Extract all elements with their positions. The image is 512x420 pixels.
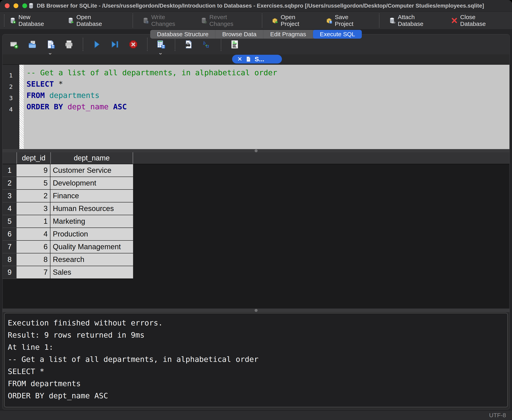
cell-dept-name[interactable]: Customer Service <box>50 164 133 177</box>
cell-dept-id[interactable]: 4 <box>16 228 50 241</box>
open-project-label: Open Project <box>281 14 311 27</box>
cell-dept-name[interactable]: Research <box>50 253 133 266</box>
table-row: 51Marketing <box>3 215 509 228</box>
sql-tab-label: S... <box>255 56 264 63</box>
save-project-button[interactable]: Save Project <box>326 14 365 27</box>
row-number[interactable]: 2 <box>3 177 16 190</box>
tab-execute-sql[interactable]: Execute SQL <box>313 30 362 39</box>
save-results-dropdown-chevron-icon[interactable]: ⌄ <box>158 51 163 54</box>
column-header-dept-id[interactable]: dept_id <box>16 152 50 164</box>
window-title: DB Browser for SQLite - /Users/russellgo… <box>37 3 484 9</box>
line-number: 2 <box>3 81 19 93</box>
row-number[interactable]: 6 <box>3 228 16 241</box>
zoom-window-button[interactable] <box>22 3 27 8</box>
cell-dept-name[interactable]: Marketing <box>50 215 133 228</box>
new-sql-tab-icon[interactable] <box>9 40 19 49</box>
results-rows: 19Customer Service25Development32Finance… <box>3 164 509 308</box>
cell-dept-id[interactable]: 5 <box>16 177 50 190</box>
results-log-splitter[interactable] <box>3 308 509 312</box>
open-database-button[interactable]: Open Database ⌄ <box>67 14 113 27</box>
results-grid: dept_id dept_name 19Customer Service25De… <box>3 152 509 308</box>
project-open-icon <box>272 17 278 24</box>
cell-dept-name[interactable]: Finance <box>50 190 133 202</box>
cell-dept-id[interactable]: 1 <box>16 215 50 228</box>
close-database-button[interactable]: Close Database <box>451 14 498 27</box>
open-sql-file-icon[interactable] <box>28 40 37 49</box>
attach-database-button[interactable]: Attach Database <box>389 14 437 27</box>
cell-dept-id[interactable]: 3 <box>16 202 50 215</box>
write-changes-button[interactable]: Write Changes <box>142 14 186 27</box>
sql-toolbar-separator <box>221 38 221 51</box>
cell-dept-id[interactable]: 2 <box>16 190 50 202</box>
app-database-icon <box>28 3 34 9</box>
code-line: FROM departments <box>26 90 509 101</box>
sql-tab[interactable]: ✕ S... <box>232 55 282 63</box>
save-sql-file-icon[interactable]: ⌄ <box>46 40 55 49</box>
splitter-handle-icon <box>255 309 258 312</box>
new-database-button[interactable]: New Database <box>9 14 53 27</box>
save-results-icon[interactable]: ⌄ <box>156 40 166 49</box>
row-number[interactable]: 3 <box>3 190 16 202</box>
cell-dept-id[interactable]: 9 <box>16 164 50 177</box>
close-sql-tab-icon[interactable]: ✕ <box>237 56 242 62</box>
show-log-icon[interactable] <box>230 40 239 49</box>
view-tab-bar: Database Structure Browse Data Edit Prag… <box>150 30 362 39</box>
execute-all-icon[interactable] <box>92 40 101 49</box>
row-number[interactable]: 5 <box>3 215 16 228</box>
line-number: 3 <box>3 93 19 104</box>
tab-browse-data[interactable]: Browse Data <box>215 30 263 39</box>
cell-dept-name[interactable]: Sales <box>50 266 133 279</box>
results-header-row: dept_id dept_name <box>3 152 509 164</box>
row-number[interactable]: 4 <box>3 202 16 215</box>
editor-code[interactable]: -- Get a list of all departments, in alp… <box>24 65 509 149</box>
cell-dept-id[interactable]: 7 <box>16 266 50 279</box>
open-project-button[interactable]: Open Project <box>272 14 311 27</box>
close-database-label: Close Database <box>460 14 498 27</box>
row-number[interactable]: 1 <box>3 164 16 177</box>
save-sql-dropdown-chevron-icon[interactable]: ⌄ <box>48 51 53 54</box>
cell-dept-id[interactable]: 6 <box>16 241 50 253</box>
minimize-window-button[interactable] <box>14 3 18 8</box>
close-database-icon <box>451 17 458 24</box>
execute-current-line-icon[interactable] <box>110 40 120 49</box>
sql-tab-strip: ✕ S... <box>3 54 509 64</box>
log-line: At line 1: <box>8 341 507 353</box>
revert-changes-label: Revert Changes <box>209 14 247 27</box>
cell-dept-id[interactable]: 8 <box>16 253 50 266</box>
sql-editor[interactable]: 1234 -- Get a list of all departments, i… <box>3 64 509 149</box>
cell-dept-name[interactable]: Production <box>50 228 133 241</box>
table-row: 64Production <box>3 228 509 241</box>
row-number[interactable]: 9 <box>3 266 16 279</box>
traffic-lights <box>0 3 27 8</box>
column-header-dept-name[interactable]: dept_name <box>50 152 133 164</box>
stop-execution-icon[interactable] <box>129 40 138 49</box>
toolbar-separator <box>132 14 133 28</box>
find-in-sql-icon[interactable] <box>184 40 193 49</box>
header-row-number-corner <box>3 152 16 164</box>
code-line: SELECT * <box>26 78 509 90</box>
row-number[interactable]: 8 <box>3 253 16 266</box>
revert-changes-button[interactable]: Revert Changes <box>200 14 248 27</box>
header-spacer <box>133 152 509 164</box>
cell-dept-name[interactable]: Human Resources <box>50 202 133 215</box>
table-row: 19Customer Service <box>3 164 509 177</box>
status-bar: UTF-8 <box>0 410 512 420</box>
cell-dept-name[interactable]: Development <box>50 177 133 190</box>
encoding-indicator[interactable]: UTF-8 <box>489 412 506 419</box>
editor-results-splitter[interactable] <box>3 149 509 152</box>
row-number[interactable]: 7 <box>3 241 16 253</box>
sql-toolbar-separator <box>147 38 148 51</box>
code-line: -- Get a list of all departments, in alp… <box>26 67 509 78</box>
tab-database-structure[interactable]: Database Structure <box>150 30 215 39</box>
print-icon[interactable] <box>64 40 74 49</box>
execution-log[interactable]: Execution finished without errors.Result… <box>4 313 508 407</box>
auto-completion-icon[interactable] <box>202 40 212 49</box>
code-line: ORDER BY dept_name ASC <box>26 101 509 112</box>
sql-toolbar-separator <box>83 38 83 51</box>
tab-edit-pragmas[interactable]: Edit Pragmas <box>263 30 313 39</box>
cell-dept-name[interactable]: Quality Management <box>50 241 133 253</box>
log-line: Result: 9 rows returned in 9ms <box>8 329 507 341</box>
table-row: 97Sales <box>3 266 509 279</box>
close-window-button[interactable] <box>5 3 10 8</box>
toolbar-separator <box>379 14 380 28</box>
